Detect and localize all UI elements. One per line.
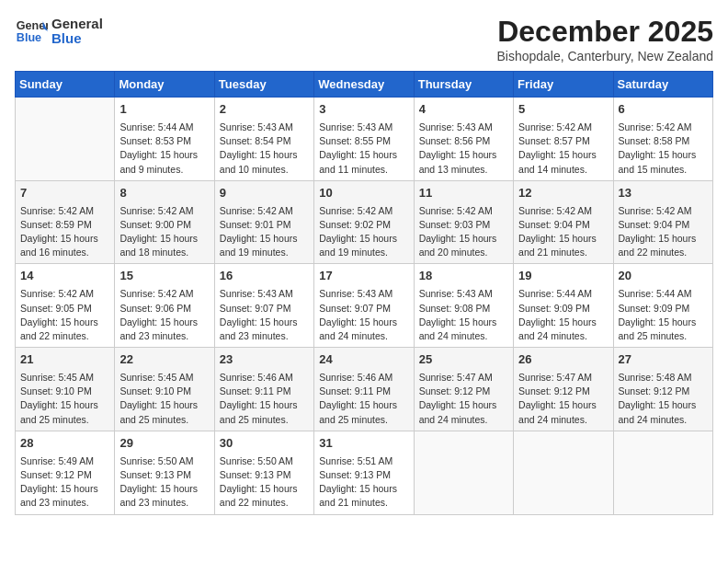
calendar-day-cell: 31Sunrise: 5:51 AMSunset: 9:13 PMDayligh… [314,431,414,514]
day-info-line: and 14 minutes. [518,163,608,177]
day-info-line: Sunrise: 5:43 AM [220,287,309,301]
calendar-day-cell: 3Sunrise: 5:43 AMSunset: 8:55 PMDaylight… [314,98,414,181]
calendar-header-row: SundayMondayTuesdayWednesdayThursdayFrid… [16,72,713,98]
day-info-line: Daylight: 15 hours [119,482,209,496]
day-info-line: Sunset: 8:53 PM [119,134,209,148]
day-info-line: Daylight: 15 hours [619,316,708,329]
day-info-line: Sunset: 8:58 PM [619,134,708,148]
day-info-line: Daylight: 15 hours [20,482,109,496]
day-number: 10 [319,185,408,202]
calendar-empty-cell [613,431,712,514]
day-info-line: Sunset: 9:10 PM [20,385,109,398]
day-number: 4 [419,101,508,119]
day-info-line: Sunrise: 5:43 AM [419,121,508,134]
day-info-line: Sunrise: 5:48 AM [619,371,708,385]
day-info-line: Sunset: 9:09 PM [619,302,708,316]
day-info-line: and 25 minutes. [619,329,708,343]
day-info-line: Daylight: 15 hours [518,232,608,246]
calendar-day-cell: 13Sunrise: 5:42 AMSunset: 9:04 PMDayligh… [613,180,712,264]
day-info-line: and 22 minutes. [20,329,109,343]
day-info-line: and 21 minutes. [319,496,408,510]
day-number: 3 [319,101,408,119]
weekday-header: Saturday [613,72,712,98]
calendar-empty-cell [514,431,613,514]
day-info-line: Sunrise: 5:42 AM [119,204,209,218]
day-info-line: Sunset: 9:13 PM [119,468,209,482]
calendar-day-cell: 15Sunrise: 5:42 AMSunset: 9:06 PMDayligh… [115,264,214,348]
day-info-line: and 23 minutes. [20,496,109,510]
day-info-line: Sunrise: 5:42 AM [518,121,608,134]
day-number: 6 [619,101,708,119]
day-info-line: and 15 minutes. [619,163,708,177]
day-info-line: Sunset: 9:01 PM [220,218,309,232]
day-number: 28 [20,435,109,453]
day-info-line: Sunrise: 5:42 AM [619,204,708,218]
day-number: 30 [220,435,309,453]
day-info-line: Sunset: 9:12 PM [619,385,708,398]
day-info-line: Sunset: 9:13 PM [319,468,408,482]
day-info-line: Sunset: 9:12 PM [419,385,508,398]
day-number: 12 [518,185,608,202]
logo-blue-text: Blue [51,31,103,47]
calendar-day-cell: 2Sunrise: 5:43 AMSunset: 8:54 PMDaylight… [214,98,313,181]
day-info-line: and 20 minutes. [419,246,508,259]
calendar-day-cell: 27Sunrise: 5:48 AMSunset: 9:12 PMDayligh… [613,348,712,431]
day-info-line: Sunrise: 5:44 AM [518,287,608,301]
day-info-line: Sunset: 9:11 PM [319,385,408,398]
day-number: 17 [319,268,408,285]
calendar-header: SundayMondayTuesdayWednesdayThursdayFrid… [16,72,713,98]
day-info-line: Sunrise: 5:45 AM [20,371,109,385]
calendar-week-row: 28Sunrise: 5:49 AMSunset: 9:12 PMDayligh… [16,431,713,514]
calendar-day-cell: 10Sunrise: 5:42 AMSunset: 9:02 PMDayligh… [314,180,414,264]
day-info-line: Sunset: 9:06 PM [119,302,209,316]
day-number: 15 [119,268,209,285]
day-info-line: Daylight: 15 hours [518,398,608,412]
calendar-day-cell: 19Sunrise: 5:44 AMSunset: 9:09 PMDayligh… [514,264,613,348]
calendar-week-row: 1Sunrise: 5:44 AMSunset: 8:53 PMDaylight… [16,98,713,181]
day-info-line: Daylight: 15 hours [119,316,209,329]
calendar-week-row: 14Sunrise: 5:42 AMSunset: 9:05 PMDayligh… [16,264,713,348]
day-info-line: and 22 minutes. [619,246,708,259]
day-info-line: and 24 minutes. [619,413,708,427]
weekday-header: Monday [115,72,214,98]
day-info-line: and 25 minutes. [220,413,309,427]
calendar-empty-cell [16,98,115,181]
day-number: 19 [518,268,608,285]
day-info-line: Sunset: 9:05 PM [20,302,109,316]
calendar-day-cell: 7Sunrise: 5:42 AMSunset: 8:59 PMDaylight… [16,180,115,264]
day-number: 22 [119,351,209,369]
day-number: 23 [220,351,309,369]
calendar-table: SundayMondayTuesdayWednesdayThursdayFrid… [15,71,713,515]
logo: General Blue General Blue [15,15,103,48]
day-info-line: and 16 minutes. [20,246,109,259]
day-info-line: and 24 minutes. [419,329,508,343]
day-info-line: Sunset: 9:10 PM [119,385,209,398]
day-number: 2 [220,101,309,119]
calendar-day-cell: 9Sunrise: 5:42 AMSunset: 9:01 PMDaylight… [214,180,313,264]
day-info-line: Sunset: 8:54 PM [220,134,309,148]
calendar-day-cell: 20Sunrise: 5:44 AMSunset: 9:09 PMDayligh… [613,264,712,348]
weekday-header: Friday [514,72,613,98]
logo-icon: General Blue [15,15,48,48]
day-info-line: Sunset: 8:57 PM [518,134,608,148]
calendar-day-cell: 6Sunrise: 5:42 AMSunset: 8:58 PMDaylight… [613,98,712,181]
day-info-line: Daylight: 15 hours [119,398,209,412]
day-info-line: Daylight: 15 hours [20,232,109,246]
day-info-line: Sunset: 8:56 PM [419,134,508,148]
page-header: General Blue General Blue December 2025 … [15,15,713,63]
day-info-line: and 23 minutes. [220,329,309,343]
calendar-day-cell: 14Sunrise: 5:42 AMSunset: 9:05 PMDayligh… [16,264,115,348]
day-info-line: and 18 minutes. [119,246,209,259]
calendar-day-cell: 24Sunrise: 5:46 AMSunset: 9:11 PMDayligh… [314,348,414,431]
day-number: 25 [419,351,508,369]
calendar-day-cell: 25Sunrise: 5:47 AMSunset: 9:12 PMDayligh… [414,348,513,431]
day-number: 27 [619,351,708,369]
day-info-line: and 25 minutes. [20,413,109,427]
day-info-line: Daylight: 15 hours [220,232,309,246]
calendar-day-cell: 8Sunrise: 5:42 AMSunset: 9:00 PMDaylight… [115,180,214,264]
day-info-line: and 23 minutes. [119,329,209,343]
day-info-line: Daylight: 15 hours [319,316,408,329]
day-info-line: Sunset: 9:11 PM [220,385,309,398]
day-info-line: Sunrise: 5:51 AM [319,454,408,468]
day-info-line: Sunrise: 5:42 AM [20,287,109,301]
